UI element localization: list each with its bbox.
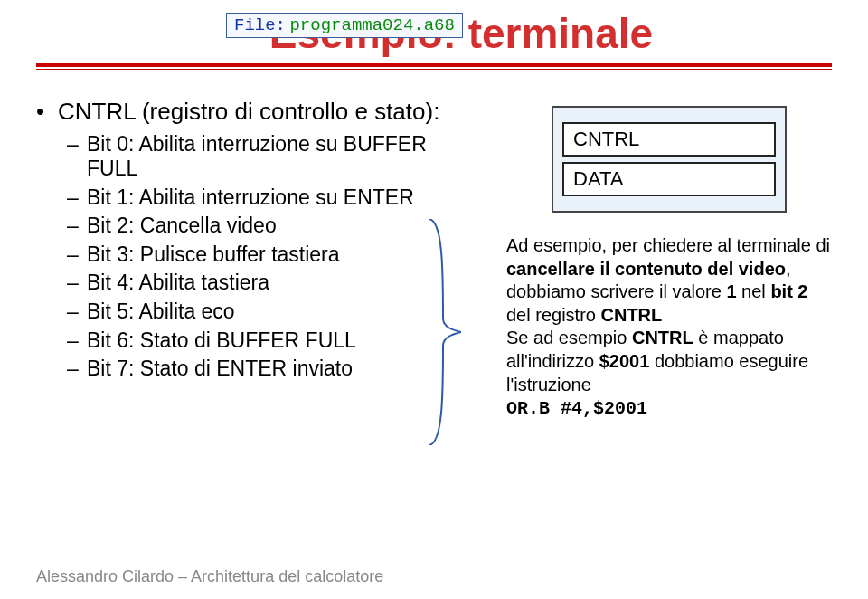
divider-thick — [36, 63, 832, 67]
sub-bullet: Bit 2: Cancella video — [36, 214, 443, 239]
register-data: DATA — [562, 162, 776, 196]
right-column: CNTRL DATA Ad esempio, per chiedere al t… — [452, 81, 832, 421]
description-text: Ad esempio, per chiedere al terminale di… — [506, 234, 832, 421]
register-block: CNTRL DATA — [552, 106, 787, 213]
sub-bullet: Bit 0: Abilita interruzione su BUFFER FU… — [36, 132, 443, 182]
slide: Esempio: terminale File: programma024.a6… — [0, 0, 868, 599]
brace-icon — [418, 219, 461, 445]
desc-text: del registro — [506, 305, 601, 325]
desc-bold: CNTRL — [632, 328, 693, 347]
register-cntrl: CNTRL — [562, 122, 776, 157]
desc-text: nel — [737, 281, 771, 301]
file-label-box: File: programma024.a68 — [226, 13, 463, 38]
desc-bold: CNTRL — [601, 305, 663, 325]
desc-bold: 1 — [726, 281, 736, 301]
sub-bullet: Bit 1: Abilita interruzione su ENTER — [36, 185, 443, 211]
file-value: programma024.a68 — [289, 15, 454, 35]
sub-bullet: Bit 3: Pulisce buffer tastiera — [36, 242, 443, 268]
desc-text: Se ad esempio — [506, 328, 632, 347]
sub-bullet: Bit 4: Abilita tastiera — [36, 271, 443, 296]
sub-bullet: Bit 6: Stato di BUFFER FULL — [36, 328, 443, 354]
desc-text: Ad esempio, per chiedere al terminale di — [506, 235, 830, 255]
main-bullet: CNTRL (registro di controllo e stato): — [36, 97, 443, 127]
sub-bullet: Bit 7: Stato di ENTER inviato — [36, 357, 443, 382]
divider-thin — [36, 69, 832, 70]
file-key: File: — [234, 15, 286, 35]
desc-bold: cancellare il contenuto del video — [506, 259, 786, 279]
left-column: CNTRL (registro di controllo e stato): B… — [36, 81, 443, 421]
desc-code: OR.B #4,$2001 — [506, 398, 647, 419]
sub-bullet: Bit 5: Abilita eco — [36, 300, 443, 325]
desc-bold: bit 2 — [770, 281, 807, 301]
desc-bold: $2001 — [599, 351, 650, 371]
footer-text: Alessandro Cilardo – Architettura del ca… — [36, 567, 383, 586]
